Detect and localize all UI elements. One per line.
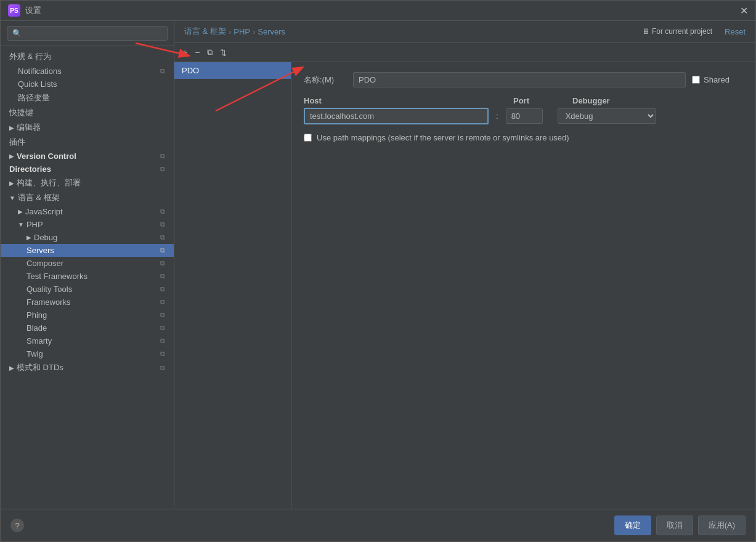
debug-label: Debug xyxy=(34,233,57,242)
remove-server-button[interactable]: − xyxy=(192,46,203,59)
notifications-label: Notifications xyxy=(18,67,62,76)
bottom-right: 确定 取消 应用(A) xyxy=(614,516,746,535)
server-list: PDO xyxy=(174,62,291,509)
arrow-debug: ▶ xyxy=(26,234,31,241)
name-input[interactable] xyxy=(353,72,686,87)
right-area: 语言 & 框架 › PHP › Servers 🖥 For current pr… xyxy=(174,21,755,509)
title-bar: PS 设置 ✕ xyxy=(1,1,755,21)
copy-icon-servers: ⧉ xyxy=(160,246,165,254)
keymap-label: 快捷键 xyxy=(9,107,33,118)
sidebar-item-twig[interactable]: Twig ⧉ xyxy=(1,347,174,360)
sidebar-item-servers[interactable]: Servers ⧉ xyxy=(1,244,174,257)
copy-server-button[interactable]: ⧉ xyxy=(204,45,216,59)
vc-label: Version Control xyxy=(17,152,76,161)
copy-icon-smarty: ⧉ xyxy=(160,337,165,345)
sidebar-nav: 外观 & 行为 Notifications ⧉ Quick Lists 路径变量 xyxy=(1,46,174,509)
composer-label: Composer xyxy=(26,259,63,268)
sidebar-item-build[interactable]: ▶ 构建、执行、部署 xyxy=(1,176,174,190)
server-detail: 名称:(M) Shared Host Port Debugger xyxy=(291,62,755,509)
sidebar-item-plugins[interactable]: 插件 xyxy=(1,135,174,150)
sidebar-item-composer[interactable]: Composer ⧉ xyxy=(1,257,174,270)
sidebar-item-blade[interactable]: Blade ⧉ xyxy=(1,322,174,334)
sidebar-item-editor[interactable]: ▶ 编辑器 xyxy=(1,120,174,135)
debugger-select[interactable]: Xdebug Zend Debugger xyxy=(558,108,656,124)
sidebar-item-keymap[interactable]: 快捷键 xyxy=(1,105,174,120)
title-bar-left: PS 设置 xyxy=(8,4,41,17)
cancel-button[interactable]: 取消 xyxy=(656,516,693,535)
host-input[interactable] xyxy=(304,108,489,124)
move-server-icon: ⇅ xyxy=(220,48,227,57)
apply-button[interactable]: 应用(A) xyxy=(698,516,746,535)
plugins-label: 插件 xyxy=(9,137,25,148)
arrow-php: ▼ xyxy=(18,221,24,228)
server-list-item-pdo[interactable]: PDO xyxy=(174,62,291,79)
qt-label: Quality Tools xyxy=(26,285,72,294)
ok-button[interactable]: 确定 xyxy=(614,516,651,535)
dtds-label: 模式和 DTDs xyxy=(17,362,63,373)
sidebar-item-version-control[interactable]: ▶ Version Control ⧉ xyxy=(1,150,174,163)
port-input[interactable] xyxy=(506,108,543,124)
sidebar-item-phing[interactable]: Phing ⧉ xyxy=(1,309,174,322)
sidebar-item-notifications[interactable]: Notifications ⧉ xyxy=(1,65,174,78)
copy-icon-twig: ⧉ xyxy=(160,350,165,358)
copy-server-icon: ⧉ xyxy=(207,47,213,57)
app-icon: PS xyxy=(8,4,20,17)
path-mappings-label: Use path mappings (select if the server … xyxy=(317,133,569,142)
copy-icon-vc: ⧉ xyxy=(160,152,165,160)
copy-icon-phing: ⧉ xyxy=(160,311,165,319)
right-header: 语言 & 框架 › PHP › Servers 🖥 For current pr… xyxy=(174,21,755,42)
copy-icon-tf: ⧉ xyxy=(160,272,165,280)
path-mappings-row: Use path mappings (select if the server … xyxy=(304,133,743,142)
name-row: 名称:(M) Shared xyxy=(304,72,743,87)
sidebar-item-directories[interactable]: Directories ⧉ xyxy=(1,163,174,176)
sidebar: 外观 & 行为 Notifications ⧉ Quick Lists 路径变量 xyxy=(1,21,174,509)
shared-checkbox[interactable] xyxy=(692,76,700,84)
help-button[interactable]: ? xyxy=(10,519,24,532)
shared-checkbox-area: Shared xyxy=(692,75,730,84)
quick-lists-label: Quick Lists xyxy=(18,79,57,89)
breadcrumb: 语言 & 框架 › PHP › Servers xyxy=(184,26,285,37)
host-label: Host xyxy=(304,96,489,105)
breadcrumb-php: PHP xyxy=(234,27,250,36)
server-content: PDO 名称:(M) Shared xyxy=(174,62,755,509)
sidebar-item-dtds[interactable]: ▶ 模式和 DTDs ⧉ xyxy=(1,360,174,375)
sidebar-item-test-frameworks[interactable]: Test Frameworks ⧉ xyxy=(1,270,174,283)
host-port-labels-row: Host Port Debugger xyxy=(304,96,743,105)
copy-icon-dirs: ⧉ xyxy=(160,165,165,173)
arrow-dtds: ▶ xyxy=(9,365,14,371)
current-project: 🖥 For current project xyxy=(642,27,712,36)
reset-button[interactable]: Reset xyxy=(725,27,746,36)
section-appearance: 外观 & 行为 xyxy=(1,49,174,65)
sidebar-item-quality-tools[interactable]: Quality Tools ⧉ xyxy=(1,283,174,296)
dirs-label: Directories xyxy=(9,164,51,174)
window-title: 设置 xyxy=(25,5,41,16)
sidebar-item-frameworks[interactable]: Frameworks ⧉ xyxy=(1,296,174,309)
shared-label: Shared xyxy=(704,75,730,84)
copy-icon-js: ⧉ xyxy=(160,208,165,216)
twig-label: Twig xyxy=(26,349,43,358)
sidebar-item-javascript[interactable]: ▶ JavaScript ⧉ xyxy=(1,205,174,218)
sidebar-item-php[interactable]: ▼ PHP ⧉ xyxy=(1,218,174,231)
close-button[interactable]: ✕ xyxy=(740,5,748,17)
move-server-button[interactable]: ⇅ xyxy=(217,46,230,59)
copy-icon-dtds: ⧉ xyxy=(160,364,165,372)
search-input[interactable] xyxy=(7,26,168,41)
add-server-button[interactable]: + xyxy=(179,46,190,59)
server-pdo-label: PDO xyxy=(182,66,199,75)
sidebar-item-smarty[interactable]: Smarty ⧉ xyxy=(1,334,174,347)
breadcrumb-lang: 语言 & 框架 xyxy=(184,26,226,37)
copy-icon-fw: ⧉ xyxy=(160,298,165,306)
phing-label: Phing xyxy=(26,310,47,320)
path-mappings-checkbox[interactable] xyxy=(304,134,312,142)
build-label: 构建、执行、部署 xyxy=(17,177,81,188)
arrow-vc: ▶ xyxy=(9,153,14,160)
copy-icon-blade: ⧉ xyxy=(160,324,165,332)
sidebar-item-quick-lists[interactable]: Quick Lists xyxy=(1,78,174,91)
sidebar-item-path-vars[interactable]: 路径变量 xyxy=(1,91,174,105)
sidebar-item-debug[interactable]: ▶ Debug ⧉ xyxy=(1,231,174,244)
blade-label: Blade xyxy=(26,323,47,333)
debugger-label: Debugger xyxy=(572,96,610,105)
current-project-label: For current project xyxy=(652,27,712,36)
sidebar-item-lang-frameworks[interactable]: ▼ 语言 & 框架 xyxy=(1,190,174,205)
app-icon-text: PS xyxy=(10,7,18,14)
